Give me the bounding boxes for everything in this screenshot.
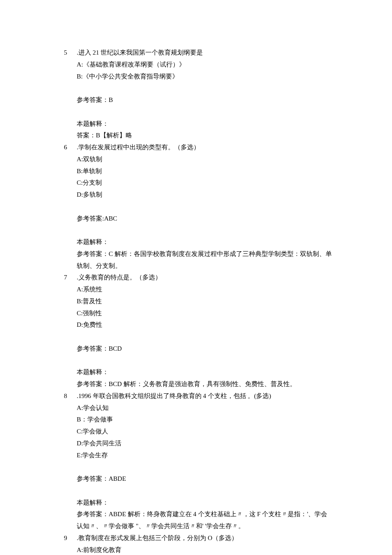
option-d: D:学会共同生活	[64, 438, 332, 450]
option-d: D:多轨制	[64, 189, 332, 201]
blank-line	[64, 355, 332, 367]
explanation-label: 本题解释：	[64, 497, 332, 509]
question-row: 9 .教育制度在形式发展上包括三个阶段，分别为 O（多选）	[64, 532, 332, 544]
question-number: 5	[64, 47, 77, 59]
option-a: A:前制度化教育	[64, 544, 332, 555]
explanation-label: 本题解释：	[64, 118, 332, 130]
answer-label: 参考答案:ABC	[64, 213, 332, 225]
question-row: 7 .义务教育的特点是。（多选）	[64, 272, 332, 284]
question-row: 5 .进入 21 世纪以来我国第一个教育规划纲要是	[64, 47, 332, 59]
blank-line	[64, 106, 332, 118]
option-c: C:学会做人	[64, 426, 332, 438]
option-b: B：学会做事	[64, 414, 332, 426]
question-stem: .学制在发展过程中出现的类型有。（多选）	[77, 142, 332, 154]
option-b: B:《中小学公共安全教育指导纲要》	[64, 71, 332, 83]
blank-line	[64, 82, 332, 94]
question-number: 6	[64, 142, 77, 154]
option-a: A:《基础教育课程改革纲要（试行）》	[64, 59, 332, 71]
question-number: 7	[64, 272, 77, 284]
option-c: C:分支制	[64, 177, 332, 189]
answer-label: 参考答案：ABDE	[64, 473, 332, 485]
blank-line	[64, 331, 332, 343]
blank-line	[64, 201, 332, 213]
question-stem: .1996 年联合国教科文组织提出了终身教育的 4 个支柱，包括 。(多选)	[77, 390, 332, 402]
explanation-label: 本题解释：	[64, 236, 332, 248]
explanation-text: 答案：B【解析】略	[64, 130, 332, 142]
explanation-text: 参考答案：BCD 解析：义务教育是强迫教育，具有强制性、免费性、普及性。	[64, 378, 332, 390]
question-row: 6 .学制在发展过程中出现的类型有。（多选）	[64, 142, 332, 154]
option-a: A:双轨制	[64, 154, 332, 166]
option-e: E:学会生存	[64, 450, 332, 462]
explanation-text: 参考答案：C 解析：各国学校教育制度在发展过程中形成了三种典型学制类型：双轨制、…	[64, 248, 332, 272]
blank-line	[64, 485, 332, 497]
option-b: B:单轨制	[64, 166, 332, 177]
explanation-text: 参考答案：ABDE 解析：终身教育建立在 4 个支柱基础上〃，这 F 个支柱〃是…	[64, 509, 332, 532]
question-stem: .教育制度在形式发展上包括三个阶段，分别为 O（多选）	[77, 532, 332, 544]
option-c: C:强制性	[64, 308, 332, 320]
question-number: 9	[64, 532, 77, 544]
option-a: A:系统性	[64, 284, 332, 296]
blank-line	[64, 461, 332, 473]
option-d: D:免费性	[64, 319, 332, 331]
question-stem: .义务教育的特点是。（多选）	[77, 272, 332, 284]
document-page: 5 .进入 21 世纪以来我国第一个教育规划纲要是 A:《基础教育课程改革纲要（…	[0, 0, 392, 555]
question-row: 8 .1996 年联合国教科文组织提出了终身教育的 4 个支柱，包括 。(多选)	[64, 390, 332, 402]
answer-label: 参考答案：B	[64, 94, 332, 106]
blank-line	[64, 224, 332, 236]
answer-label: 参考答案：BCD	[64, 343, 332, 355]
option-b: B:普及性	[64, 296, 332, 308]
question-stem: .进入 21 世纪以来我国第一个教育规划纲要是	[77, 47, 332, 59]
explanation-label: 本题解释：	[64, 366, 332, 378]
option-a: A:学会认知	[64, 402, 332, 414]
question-number: 8	[64, 390, 77, 402]
